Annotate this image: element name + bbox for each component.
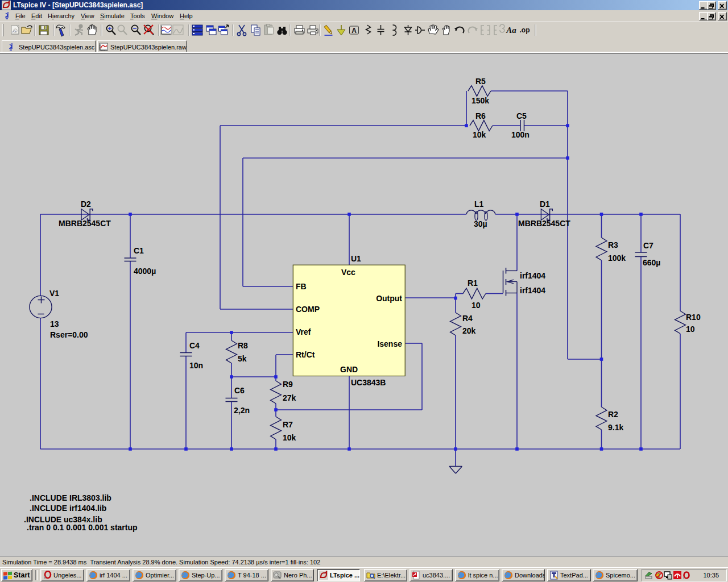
svg-text:C7: C7 xyxy=(643,241,653,250)
svg-text:GND: GND xyxy=(340,365,358,374)
svg-text:D2: D2 xyxy=(81,199,91,209)
svg-text:2,2n: 2,2n xyxy=(234,406,250,415)
svg-text:irf1404: irf1404 xyxy=(520,271,545,280)
svg-text:.INCLUDE IRL3803.lib: .INCLUDE IRL3803.lib xyxy=(30,493,111,502)
svg-text:Aa: Aa xyxy=(506,26,516,35)
svg-text:FB: FB xyxy=(296,282,307,291)
svg-text:10: 10 xyxy=(471,301,481,310)
svg-text:R9: R9 xyxy=(283,380,293,389)
svg-text:30µ: 30µ xyxy=(474,219,487,228)
svg-text:Output: Output xyxy=(376,294,402,303)
svg-text:L1: L1 xyxy=(474,199,484,209)
svg-text:.INCLUDE irf1404.lib: .INCLUDE irf1404.lib xyxy=(30,504,106,513)
svg-text:D1: D1 xyxy=(540,199,550,209)
svg-text:R8: R8 xyxy=(238,341,248,350)
svg-text:R10: R10 xyxy=(686,313,701,322)
svg-text:Rser=0.00: Rser=0.00 xyxy=(50,330,88,339)
svg-text:Vref: Vref xyxy=(296,327,311,336)
svg-text:10k: 10k xyxy=(283,433,296,442)
svg-text:R7: R7 xyxy=(283,420,293,429)
svg-text:irf1404: irf1404 xyxy=(520,286,545,295)
svg-text:R1: R1 xyxy=(468,278,478,288)
svg-text:R6: R6 xyxy=(475,111,486,120)
svg-text:4000µ: 4000µ xyxy=(134,267,156,276)
svg-text:C4: C4 xyxy=(189,341,200,350)
svg-text:.tran 0 0.1 0.001 0.001 startu: .tran 0 0.1 0.001 0.001 startup xyxy=(27,523,138,532)
svg-text:Vcc: Vcc xyxy=(341,268,355,277)
svg-text:10: 10 xyxy=(686,325,695,334)
svg-text:5k: 5k xyxy=(238,354,247,363)
svg-text:100n: 100n xyxy=(511,130,530,139)
svg-text:20k: 20k xyxy=(462,326,476,335)
svg-text:UC3843B: UC3843B xyxy=(351,378,386,387)
svg-text:100k: 100k xyxy=(608,253,626,263)
svg-text:MBRB2545CT: MBRB2545CT xyxy=(59,219,111,228)
svg-text:R5: R5 xyxy=(475,77,486,86)
svg-text:Isense: Isense xyxy=(377,339,402,348)
svg-text:.op: .op xyxy=(520,26,530,34)
svg-text:MBRB2545CT: MBRB2545CT xyxy=(518,219,570,228)
svg-text:9.1k: 9.1k xyxy=(608,423,623,432)
svg-text:660µ: 660µ xyxy=(643,258,660,267)
svg-text:U1: U1 xyxy=(351,254,361,263)
svg-text:C1: C1 xyxy=(134,246,144,255)
svg-text:R3: R3 xyxy=(608,240,618,250)
svg-text:Rt/Ct: Rt/Ct xyxy=(296,350,315,359)
svg-text:150k: 150k xyxy=(471,96,489,105)
svg-text:C6: C6 xyxy=(234,386,245,395)
svg-text:R2: R2 xyxy=(608,410,618,419)
svg-text:COMP: COMP xyxy=(296,305,320,314)
svg-text:A: A xyxy=(351,27,357,35)
svg-text:27k: 27k xyxy=(283,393,296,402)
svg-text:10k: 10k xyxy=(473,130,486,139)
svg-text:13: 13 xyxy=(50,319,59,329)
svg-text:V1: V1 xyxy=(49,289,59,298)
svg-text:R4: R4 xyxy=(462,314,473,323)
svg-text:C5: C5 xyxy=(516,111,527,120)
svg-text:10n: 10n xyxy=(189,361,203,370)
